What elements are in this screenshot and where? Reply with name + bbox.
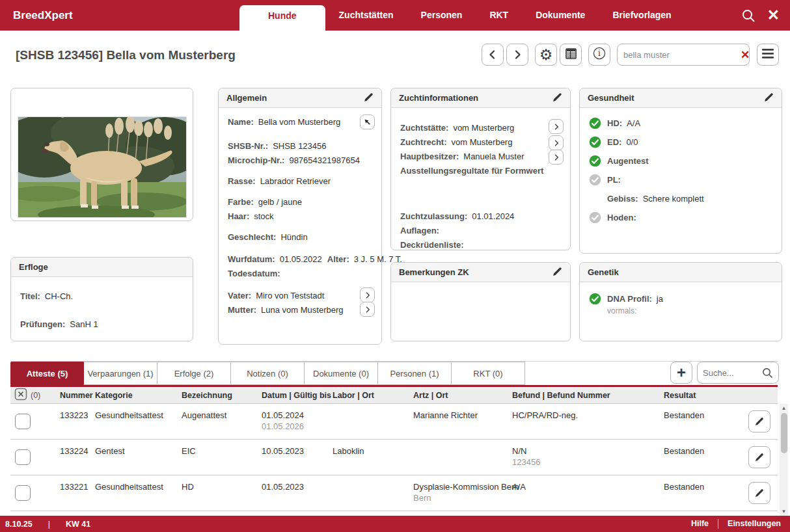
cell-datum: 01.05.2024 [262,410,330,421]
mutter-value: Luna vom Musterberg [261,304,343,316]
table-row: 133225 Gentest DNA-Profil 01.05.2020 Lab… [10,511,778,516]
ed-label: ED: [607,137,621,147]
col-resultat[interactable]: Resultat [664,391,741,400]
ausstellung-label: Ausstellungsregultate für Formwert [400,164,543,178]
pl-label: PL: [607,175,621,185]
search-icon[interactable] [741,8,756,23]
shsb-value: SHSB 123456 [273,140,326,152]
gesundheit-card: Gesundheit HD: A/A ED: 0/0 Augentest PL:… [579,88,782,254]
col-bezeichnung[interactable]: Bezeichnung [182,391,262,400]
wurfdatum-value: 01.05.2022 [280,253,322,265]
zuchtzulassung-label: Zuchtzulassung: [400,209,467,224]
row-checkbox[interactable] [15,414,31,429]
scrollbar-thumb[interactable] [781,413,787,453]
edit-zuchtinfo-button[interactable] [552,92,562,104]
col-datum[interactable]: Datum | Gültig bis [262,391,333,400]
goto-vater-button[interactable] [360,287,375,302]
edit-row-button[interactable] [748,446,770,468]
vormals-label: vormals: [607,306,772,315]
table-search-input[interactable] [703,368,755,378]
cell-nummer: 133224 [60,440,95,475]
col-arzt[interactable]: Artz | Ort [413,391,512,400]
nav-tab-briefvorlagen[interactable]: Briefvorlagen [599,0,685,31]
ed-value: 0/0 [626,137,638,147]
row-checkbox[interactable] [15,449,31,465]
cell-resultat: Bestanden [664,440,741,475]
next-record-button[interactable] [506,44,528,66]
table-scrollbar[interactable]: ▲ ▼ [780,404,788,516]
geschlecht-label: Geschlecht: [228,231,276,243]
check-ok-icon [589,155,601,167]
nav-tab-zuchtstaetten[interactable]: Zuchtstätten [325,0,407,31]
footer-week: KW 41 [66,520,90,529]
clear-search-icon[interactable]: ✕ [741,48,750,62]
dog-photo [18,116,187,218]
goto-mutter-button[interactable] [360,302,375,317]
col-befund[interactable]: Befund | Befund Nummer [512,391,664,400]
col-kategorie[interactable]: Kategorie [95,391,182,400]
prev-record-button[interactable] [482,44,504,66]
nav-tab-personen[interactable]: Personen [407,0,476,31]
tab-atteste[interactable]: Atteste (5) [10,362,84,385]
goto-zuchtstaette-button[interactable] [549,119,564,134]
cell-datum: 01.05.2023 [262,481,330,492]
erfloge-card: Erfloge Titel:CH-Ch. Prüfungen:SanH 1 [10,257,193,341]
page-title: [SHSB 123456] Bella vom Musterberg [16,48,236,62]
gesundheit-card-title: Gesundheit [588,93,634,103]
scroll-down-arrow[interactable]: ▼ [780,507,788,516]
vater-value: Miro von Teststadt [256,289,324,302]
cell-kategorie: Gentest [95,440,182,475]
deselect-all-icon[interactable] [14,388,27,403]
edit-bemerkungen-button[interactable] [552,267,562,278]
hd-label: HD: [607,118,622,128]
hd-value: A/A [627,118,640,128]
settings-button[interactable]: ⚙ [535,44,557,66]
nav-tab-hunde[interactable]: Hunde [239,5,325,31]
cell-resultat: Bestanden [664,475,741,511]
rasse-value: Labrador Retriever [260,175,331,187]
tab-rkt[interactable]: RKT (0) [452,362,525,385]
name-label: Name: [228,116,254,128]
scroll-up-arrow[interactable]: ▲ [780,404,788,412]
col-labor[interactable]: Labor | Ort [333,391,413,400]
footer-date: 8.10.25 [5,520,33,529]
check-ok-icon [589,117,601,129]
close-icon[interactable]: ✕ [767,0,780,31]
cell-bezeichnung: HD [182,475,262,511]
edit-row-button[interactable] [748,410,770,432]
geschlecht-value: Hündin [280,231,307,243]
table-view-button[interactable] [560,44,582,66]
cell-befund: N/N [512,446,661,457]
info-button[interactable]: i [588,44,610,66]
goto-hauptbesitzer-button[interactable] [549,150,564,165]
row-checkbox[interactable] [15,485,31,501]
jump-to-record-button[interactable] [360,114,375,129]
add-attest-button[interactable]: + [670,362,692,384]
col-nummer[interactable]: Nummer [60,391,95,400]
record-search-input[interactable] [623,50,738,60]
auflagen-label: Auflagen: [400,224,439,238]
tab-dokumente[interactable]: Dokumente (0) [305,362,378,385]
nav-tab-rkt[interactable]: RKT [476,0,522,31]
tab-verpaarungen[interactable]: Verpaarungen (1) [84,362,157,385]
zuchtstaette-value: vom Musterberg [453,121,514,135]
edit-row-button[interactable] [748,482,770,504]
mutter-label: Mutter: [228,304,256,316]
tab-notizen[interactable]: Notizen (0) [231,362,305,385]
edit-allgemein-button[interactable] [364,92,374,104]
settings-link[interactable]: Einstellungen [718,516,790,532]
menu-button[interactable] [757,44,779,66]
check-pending-icon [589,174,601,186]
edit-gesundheit-button[interactable] [764,92,774,104]
zuchtinfo-card-title: Zuchtinformationen [399,93,478,103]
goto-zuchtrecht-button[interactable] [549,135,564,150]
top-bar: BreedXpert Hunde Zuchtstätten Personen R… [0,0,790,31]
record-search-box: ✕ [617,44,750,66]
cell-bezeichnung: EIC [182,440,262,475]
tab-personen[interactable]: Personen (1) [378,362,452,385]
help-link[interactable]: Hilfe [682,516,718,532]
erfloge-card-title: Erfloge [19,262,48,272]
nav-tab-dokumente[interactable]: Dokumente [522,0,599,31]
atteste-table: (0) Nummer Kategorie Bezeichnung Datum |… [10,387,778,516]
tab-erfolge[interactable]: Erfolge (2) [157,362,231,385]
